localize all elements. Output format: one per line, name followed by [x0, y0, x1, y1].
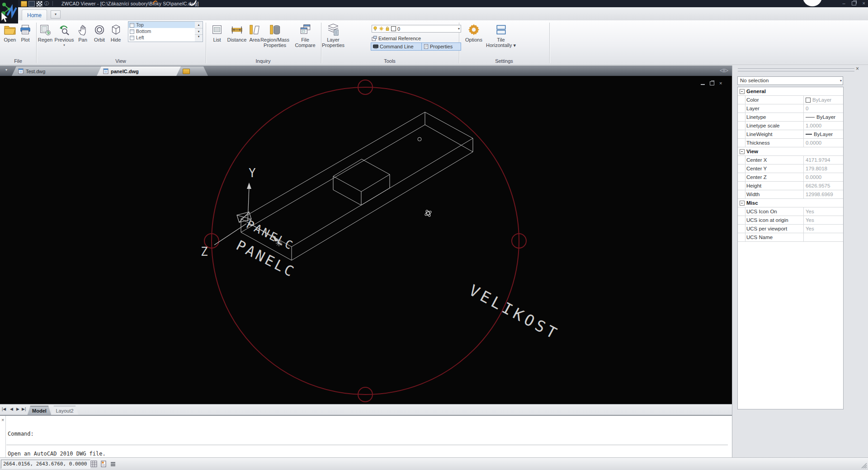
axis-label-z: Z — [201, 245, 208, 258]
command-input[interactable] — [6, 445, 728, 456]
section-header-misc[interactable]: Misc — [738, 199, 843, 207]
orbit-button[interactable]: Orbit — [90, 22, 109, 42]
layer-dropdown-icon[interactable]: ▾ — [458, 27, 460, 31]
section-header-view[interactable]: View — [738, 147, 843, 156]
layers-icon — [316, 22, 350, 37]
palette-grab-bar[interactable] — [738, 68, 854, 71]
last-tab-icon[interactable]: ▶| — [22, 407, 26, 411]
tab-layout2[interactable]: Layout2 — [51, 406, 79, 416]
list-button[interactable]: List — [207, 22, 227, 42]
document-tab-test[interactable]: Test.dwg — [12, 66, 109, 76]
property-row-color: Color ByLayer — [738, 96, 843, 104]
selection-filter-select[interactable]: No selection ▾ — [737, 76, 843, 85]
properties-toggle[interactable]: Properties — [421, 42, 461, 51]
drawing-viewport[interactable]: Y Z PANELC PANELC VELIKOST × — [0, 76, 732, 404]
zwcad-viewer-window: ⓘ ZWCAD Viewer - [C:\Zákazníci soubory\B… — [0, 0, 868, 470]
tile-horizontally-button[interactable]: Tile Horizontally ▾ — [482, 22, 520, 48]
new-tab-folder-button[interactable] — [176, 66, 208, 76]
tab-model[interactable]: Model — [27, 406, 52, 416]
scroll-bottom-icon[interactable]: ▾ — [195, 35, 203, 42]
collapse-icon[interactable] — [740, 149, 745, 154]
options-button[interactable]: Options — [463, 22, 485, 42]
mouse-cursor — [0, 12, 9, 24]
property-row-ucs-icon-on: UCS Icon On Yes — [738, 207, 843, 216]
layer-properties-button[interactable]: Layer Properties — [316, 22, 350, 48]
grid-toggle-icon[interactable] — [90, 461, 97, 467]
orbit-icon — [90, 22, 109, 37]
external-reference-button[interactable]: External Reference — [372, 35, 421, 42]
section-header-general[interactable]: General — [738, 87, 843, 96]
ribbon-tab-strip: Home ▾ — [0, 7, 868, 21]
properties-palette: × No selection ▾ General Color ByLayer L… — [732, 66, 868, 457]
scroll-up-icon[interactable]: ▴ — [195, 22, 203, 28]
property-row-lineweight: LineWeight ByLayer — [738, 130, 843, 139]
regen-button[interactable]: Regen — [35, 22, 55, 42]
layer-lock-icon[interactable] — [385, 26, 390, 31]
first-tab-icon[interactable]: |◀ — [2, 407, 6, 411]
command-line-toggle[interactable]: Command Line — [371, 42, 422, 51]
orbit-arcball — [204, 80, 526, 402]
property-row-width: Width 12998.6969 — [738, 190, 843, 199]
next-tab-icon[interactable]: ▶ — [16, 407, 19, 411]
prev-tab-icon[interactable]: ◀ — [10, 407, 13, 411]
hide-button[interactable]: Hide — [107, 22, 125, 42]
property-row-linetype: Linetype ByLayer — [738, 113, 843, 122]
layout-tab-bar: |◀ ◀ ▶ ▶| Model Layout2 — [0, 404, 732, 415]
qr-icon[interactable] — [36, 1, 42, 7]
plot-button[interactable]: Plot — [16, 22, 34, 42]
tab-scroll-arrows[interactable]: ◁▷ — [720, 67, 729, 73]
child-minimize-icon[interactable] — [701, 84, 705, 85]
regen-icon — [35, 22, 55, 37]
command-line-text: Command: — [8, 431, 230, 437]
window-icon[interactable] — [28, 1, 35, 7]
file-compare-icon — [293, 22, 317, 37]
pan-button[interactable]: Pan — [73, 22, 92, 42]
region-mass-properties-button[interactable]: Region/Mass Properties — [258, 22, 292, 48]
tab-list-dropdown-icon[interactable]: ▾ — [5, 68, 7, 72]
divider — [52, 1, 53, 6]
view-option-top[interactable]: Top — [128, 22, 195, 28]
layer-select[interactable]: 0 ▾ — [372, 25, 461, 33]
resize-grip[interactable] — [860, 461, 867, 469]
restore-button[interactable] — [852, 1, 856, 5]
property-row-center-z: Center Z 0.0000 — [738, 173, 843, 182]
cad-text-velikost: VELIKOST — [466, 281, 562, 343]
region-mass-icon — [258, 22, 292, 37]
distance-button[interactable]: Distance — [225, 22, 249, 42]
layer-freeze-sun-icon[interactable] — [379, 26, 384, 31]
tab-home[interactable]: Home — [22, 9, 47, 21]
printer-icon — [16, 22, 34, 37]
open-file-icon[interactable] — [21, 1, 27, 7]
minimize-button[interactable]: – — [842, 0, 845, 6]
menu-icon[interactable] — [110, 461, 116, 467]
child-close-icon[interactable]: × — [719, 81, 722, 86]
previous-dropdown-icon[interactable]: ▾ — [53, 42, 75, 48]
group-label-file: File — [5, 58, 32, 65]
file-compare-button[interactable]: File Compare — [293, 22, 317, 48]
chevron-down-icon: ▾ — [840, 77, 842, 85]
property-row-ucs-icon-origin: UCS icon at origin Yes — [738, 216, 843, 225]
properties-grid: General Color ByLayer Layer 0 Linetype B… — [737, 87, 844, 409]
ribbon: File View Inquiry Tools Settings Open Pl… — [0, 20, 868, 65]
scroll-left-icon: ◁ — [720, 67, 724, 73]
paper-space-icon[interactable] — [100, 461, 107, 467]
close-button[interactable]: × — [863, 0, 865, 6]
collapse-icon[interactable] — [740, 201, 745, 206]
layer-color-swatch[interactable] — [391, 26, 396, 31]
child-restore-icon[interactable] — [710, 81, 714, 85]
command-panel-close-icon[interactable]: × — [1, 417, 4, 423]
collapse-icon[interactable] — [740, 89, 745, 94]
document-tab-panelc[interactable]: panelC.dwg × — [97, 66, 189, 76]
info-icon[interactable]: ⓘ — [44, 1, 49, 6]
view-preset-list: Top Bottom Left — [128, 21, 195, 42]
palette-close-icon[interactable]: × — [856, 66, 859, 72]
scroll-down-icon[interactable]: ▾ — [195, 28, 203, 35]
command-line-panel[interactable]: × Command: Open an AutoCAD 2010 DWG file… — [0, 415, 732, 458]
ribbon-options-dropdown[interactable]: ▾ — [51, 10, 61, 19]
layer-on-bulb-icon[interactable] — [373, 26, 377, 31]
orbit-cursor-icon — [425, 210, 432, 217]
view-option-left[interactable]: Left — [128, 34, 195, 41]
view-option-bottom[interactable]: Bottom — [128, 28, 195, 34]
previous-button[interactable]: Previous ▾ — [53, 22, 75, 48]
dwg-file-icon — [103, 68, 108, 74]
